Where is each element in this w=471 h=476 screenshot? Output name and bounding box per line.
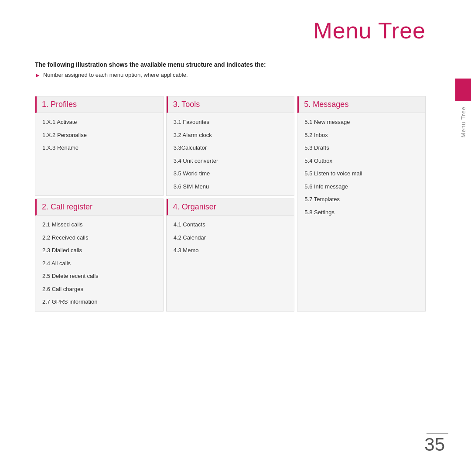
list-item: 5.5 Listen to voice mail [297, 167, 425, 180]
organiser-items: 4.1 Contacts 4.2 Calendar 4.3 Memo [167, 216, 294, 260]
call-register-box: 2. Call register 2.1 Missed calls 2.2 Re… [35, 199, 164, 312]
list-item: 2.7 GPRS information [35, 295, 163, 308]
page-title: Menu Tree [35, 17, 426, 44]
sidebar-label: Menu Tree [460, 106, 467, 137]
profiles-box: 1. Profiles 1.X.1 Activate 1.X.2 Persona… [35, 96, 164, 196]
tools-box: 3. Tools 3.1 Favourites 3.2 Alarm clock … [166, 96, 295, 196]
list-item: 2.4 All calls [35, 257, 163, 270]
page-number: 35 [424, 434, 445, 455]
main-content: Menu Tree The following illustration sho… [0, 0, 452, 338]
list-item: 4.1 Contacts [167, 218, 294, 231]
list-item: 5.3 Drafts [297, 141, 425, 154]
messages-box: 5. Messages 5.1 New message 5.2 Inbox 5.… [297, 96, 426, 312]
list-item: 2.3 Dialled calls [35, 244, 163, 257]
organiser-box: 4. Organiser 4.1 Contacts 4.2 Calendar 4… [166, 199, 295, 312]
tools-items: 3.1 Favourites 3.2 Alarm clock 3.3Calcul… [167, 113, 294, 195]
call-register-header: 2. Call register [35, 199, 163, 216]
list-item: 2.5 Delete recent calls [35, 270, 163, 283]
list-item: 1.X.1 Activate [35, 116, 163, 129]
list-item: 3.4 Unit converter [167, 154, 294, 168]
list-item: 1.X.2 Personalise [35, 129, 163, 142]
list-item: 3.6 SIM-Menu [167, 180, 294, 193]
list-item: 3.3Calculator [167, 141, 294, 154]
messages-items: 5.1 New message 5.2 Inbox 5.3 Drafts 5.4… [297, 113, 425, 221]
list-item: 5.8 Settings [297, 206, 425, 219]
sidebar-color-bar [455, 79, 471, 101]
list-item: 3.5 World time [167, 167, 294, 180]
list-item: 2.2 Received calls [35, 231, 163, 244]
profiles-items: 1.X.1 Activate 1.X.2 Personalise 1.X.3 R… [35, 113, 163, 157]
list-item: 3.2 Alarm clock [167, 129, 294, 142]
menu-tree-grid: 1. Profiles 1.X.1 Activate 1.X.2 Persona… [35, 96, 426, 312]
messages-header: 5. Messages [297, 96, 425, 113]
list-item: 4.2 Calendar [167, 231, 294, 244]
list-item: 5.2 Inbox [297, 129, 425, 142]
list-item: 5.4 Outbox [297, 154, 425, 168]
list-item: 3.1 Favourites [167, 116, 294, 129]
list-item: 2.6 Call charges [35, 283, 163, 296]
profiles-header: 1. Profiles [35, 96, 163, 113]
tools-header: 3. Tools [167, 96, 294, 113]
list-item: 5.1 New message [297, 116, 425, 129]
list-item: 4.3 Memo [167, 244, 294, 257]
intro-bullet: ► Number assigned to each menu option, w… [35, 72, 426, 79]
organiser-header: 4. Organiser [167, 199, 294, 216]
bullet-arrow-icon: ► [35, 72, 41, 79]
list-item: 5.7 Templates [297, 193, 425, 206]
list-item: 1.X.3 Rename [35, 141, 163, 154]
sidebar-tab: Menu Tree [455, 79, 471, 137]
call-register-items: 2.1 Missed calls 2.2 Received calls 2.3 … [35, 216, 163, 311]
intro-bullet-text: Number assigned to each menu option, whe… [43, 72, 188, 78]
list-item: 2.1 Missed calls [35, 218, 163, 231]
list-item: 5.6 Info message [297, 180, 425, 193]
intro-bold-text: The following illustration shows the ava… [35, 61, 426, 68]
